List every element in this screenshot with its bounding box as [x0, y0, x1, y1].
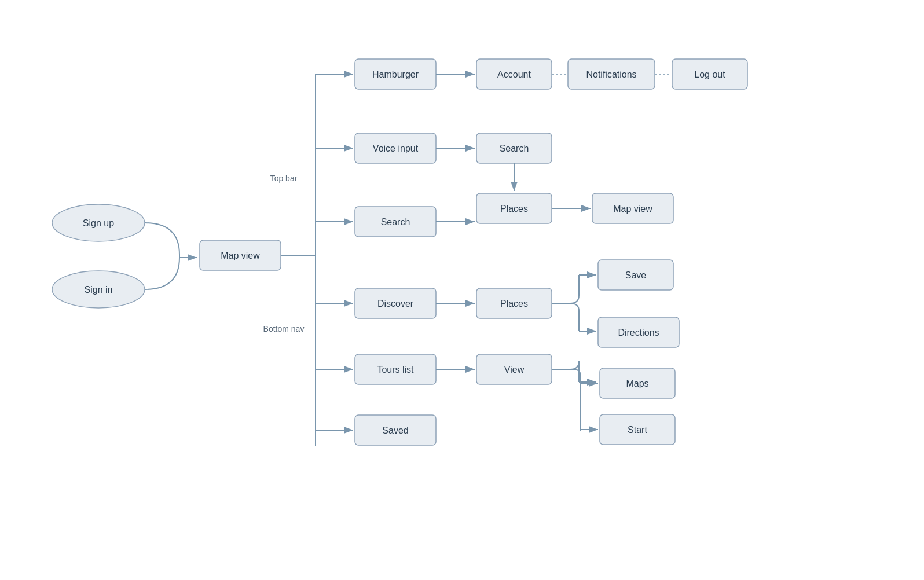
account-label: Account [497, 69, 531, 79]
search2-label: Search [381, 217, 410, 227]
maps-label: Maps [626, 379, 648, 388]
signin-to-bracket [145, 258, 179, 289]
topbar-label: Top bar [270, 174, 298, 183]
places2-to-save-top [552, 275, 579, 303]
discover-label: Discover [377, 299, 414, 309]
notifications-label: Notifications [586, 69, 636, 79]
hamburger-node-label: Hamburger [372, 69, 419, 79]
flow-diagram: Sign up Sign in Map view Top bar Bottom … [0, 0, 924, 580]
tourslist-label: Tours list [377, 365, 414, 375]
start-label: Start [628, 425, 647, 435]
save-label: Save [625, 270, 647, 280]
signin-label: Sign in [85, 285, 113, 295]
voiceinput-label: Voice input [373, 144, 419, 153]
view-to-maps-top [552, 361, 579, 382]
bracket-to-mapview [179, 255, 197, 258]
signup-label: Sign up [83, 218, 114, 228]
logout-label: Log out [694, 69, 725, 79]
view-label: View [504, 365, 525, 375]
directions-label: Directions [618, 328, 659, 337]
search1-label: Search [500, 144, 529, 153]
places2-to-dir-bottom [552, 303, 579, 331]
signup-to-bracket [145, 223, 179, 255]
places2-label: Places [500, 299, 528, 309]
mapview-label: Map view [221, 251, 260, 260]
view-branch-line [552, 369, 581, 379]
mapview2-label: Map view [613, 204, 652, 214]
places1-label: Places [500, 204, 528, 214]
bottomnav-label: Bottom nav [263, 324, 305, 333]
saved-label: Saved [382, 425, 408, 435]
